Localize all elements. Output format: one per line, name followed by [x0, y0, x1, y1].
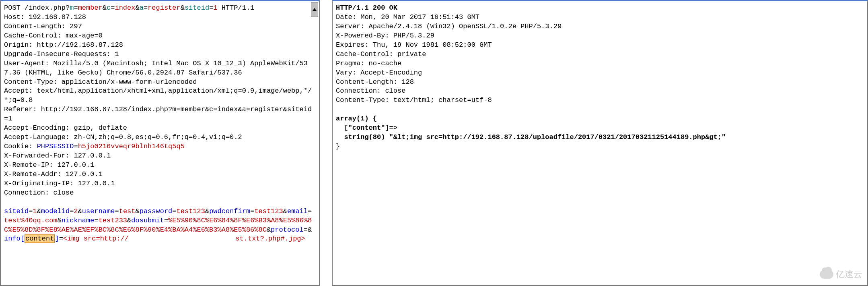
- request-text[interactable]: POST /index.php?m=member&c=index&a=regis…: [1, 1, 319, 285]
- response-text[interactable]: HTTP/1.1 200 OK Date: Mon, 20 Mar 2017 1…: [333, 1, 867, 285]
- cloud-icon: [820, 270, 833, 279]
- response-pane: HTTP/1.1 200 OK Date: Mon, 20 Mar 2017 1…: [332, 0, 868, 286]
- watermark: 亿速云: [820, 268, 862, 280]
- scroll-up-icon[interactable]: [311, 2, 318, 17]
- pane-gap: [320, 0, 332, 286]
- watermark-label: 亿速云: [836, 268, 862, 280]
- request-pane: POST /index.php?m=member&c=index&a=regis…: [0, 0, 320, 286]
